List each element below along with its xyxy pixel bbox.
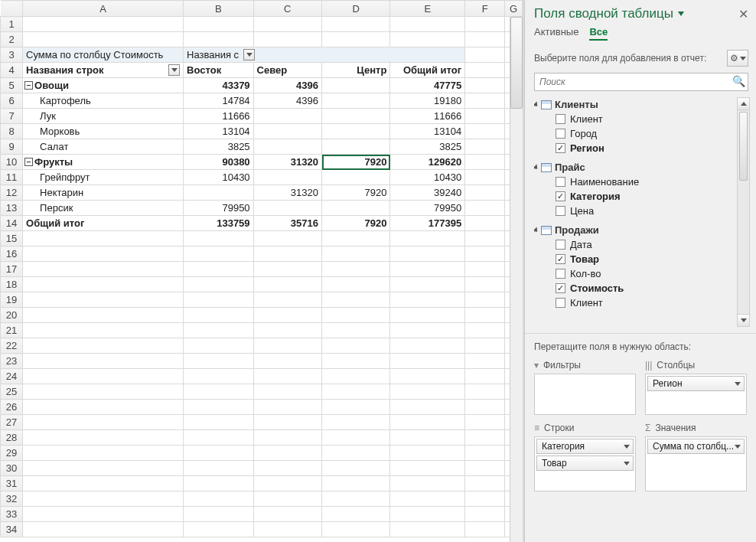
cell[interactable]: 133759 — [184, 216, 253, 231]
cell[interactable]: 10430 — [184, 170, 253, 185]
cell[interactable] — [322, 201, 390, 216]
row-header[interactable]: 32 — [1, 491, 23, 507]
cell[interactable]: 4396 — [253, 93, 321, 109]
field-item[interactable]: Наименование — [534, 175, 748, 189]
cell[interactable]: 4396 — [253, 78, 321, 93]
row-header[interactable]: 30 — [1, 461, 23, 476]
field-item[interactable]: Кол-во — [534, 266, 748, 281]
field-item[interactable]: Цена — [534, 204, 748, 218]
pivot-item[interactable]: Салат — [23, 139, 184, 155]
checkbox[interactable] — [556, 206, 565, 216]
pivot-col-header[interactable]: Общий итог — [390, 63, 465, 78]
cell[interactable]: 31320 — [253, 155, 321, 170]
row-header[interactable]: 13 — [1, 201, 23, 216]
field-item[interactable]: Город — [534, 126, 748, 141]
col-header-F[interactable]: F — [465, 1, 505, 17]
cell[interactable] — [253, 170, 321, 185]
row-header[interactable]: 27 — [1, 415, 23, 430]
row-header[interactable]: 25 — [1, 384, 23, 400]
row-header[interactable]: 5 — [1, 78, 23, 93]
cell[interactable]: 14784 — [184, 93, 253, 109]
field-item[interactable]: Клиент — [534, 295, 748, 310]
row-header[interactable]: 1 — [1, 17, 23, 32]
scroll-up-button[interactable] — [738, 98, 749, 110]
cell[interactable]: 79950 — [184, 201, 253, 216]
area-chip[interactable]: Категория — [536, 439, 634, 454]
cell[interactable]: 47775 — [390, 78, 465, 93]
area-columns[interactable]: |||Столбцы Регион — [645, 360, 747, 415]
cell[interactable]: 129620 — [390, 155, 465, 170]
cell[interactable] — [253, 124, 321, 139]
cell[interactable] — [253, 201, 321, 216]
row-header[interactable]: 11 — [1, 170, 23, 185]
field-item[interactable]: Категория — [534, 189, 748, 204]
pivot-category[interactable]: Овощи — [34, 80, 69, 91]
row-header[interactable]: 12 — [1, 185, 23, 201]
cell[interactable]: 79950 — [390, 201, 465, 216]
cell[interactable]: 90380 — [184, 155, 253, 170]
checkbox[interactable] — [556, 143, 565, 153]
cell[interactable] — [322, 78, 390, 93]
cell[interactable]: 10430 — [390, 170, 465, 185]
checkbox[interactable] — [556, 283, 565, 293]
row-header[interactable]: 15 — [1, 231, 23, 247]
cell[interactable] — [322, 93, 390, 109]
area-rows[interactable]: ≡Строки Категория Товар — [534, 423, 636, 491]
cell[interactable]: 43379 — [184, 78, 253, 93]
row-header[interactable]: 4 — [1, 63, 23, 78]
pane-tools-button[interactable]: ⚙ — [727, 50, 748, 67]
pivot-measure-label[interactable]: Сумма по столбцу Стоимость — [23, 47, 184, 63]
checkbox[interactable] — [556, 254, 565, 264]
cell[interactable]: 13104 — [390, 124, 465, 139]
sheet-vertical-scrollbar[interactable] — [510, 17, 523, 542]
pivot-item[interactable]: Лук — [23, 109, 184, 124]
active-cell[interactable]: 7920 — [322, 155, 390, 170]
field-item[interactable]: Клиент — [534, 112, 748, 126]
checkbox[interactable] — [556, 240, 565, 250]
checkbox[interactable] — [556, 129, 565, 139]
cell[interactable]: 31320 — [253, 185, 321, 201]
cell[interactable]: 7920 — [322, 185, 390, 201]
row-header[interactable]: 26 — [1, 400, 23, 415]
col-header-B[interactable]: B — [184, 1, 253, 17]
col-header-E[interactable]: E — [390, 1, 465, 17]
row-header[interactable]: 33 — [1, 507, 23, 522]
field-table-header[interactable]: Продажи — [534, 223, 748, 237]
dropdown-icon[interactable] — [678, 11, 684, 16]
checkbox[interactable] — [556, 177, 565, 187]
worksheet-grid[interactable]: A B C D E F G 1 2 3 Сумма по столбцу Сто… — [0, 0, 523, 537]
field-search-input[interactable] — [534, 73, 748, 91]
pivot-item[interactable]: Морковь — [23, 124, 184, 139]
row-header[interactable]: 16 — [1, 247, 23, 262]
cell[interactable]: 39240 — [390, 185, 465, 201]
scrollbar-thumb[interactable] — [739, 112, 748, 181]
pivot-category[interactable]: Фрукты — [34, 156, 73, 168]
collapse-button[interactable]: − — [24, 158, 33, 166]
cell[interactable] — [253, 109, 321, 124]
row-header[interactable]: 18 — [1, 277, 23, 292]
collapse-button[interactable]: − — [24, 81, 33, 90]
row-header[interactable]: 2 — [1, 32, 23, 47]
cell[interactable] — [322, 109, 390, 124]
row-header[interactable]: 6 — [1, 93, 23, 109]
col-header-G[interactable]: G — [505, 1, 523, 17]
row-header[interactable]: 14 — [1, 216, 23, 231]
col-header-A[interactable]: A — [23, 1, 184, 17]
row-header[interactable]: 31 — [1, 476, 23, 491]
row-header[interactable]: 22 — [1, 338, 23, 354]
select-all-corner[interactable] — [1, 1, 23, 17]
field-list[interactable]: Клиенты Клиент Город Регион Прайс Наимен… — [534, 97, 748, 327]
tab-active-fields[interactable]: Активные — [534, 26, 578, 41]
area-chip[interactable]: Регион — [647, 376, 745, 391]
row-header[interactable]: 17 — [1, 262, 23, 277]
cell[interactable] — [322, 139, 390, 155]
row-header[interactable]: 8 — [1, 124, 23, 139]
area-values[interactable]: ΣЗначения Сумма по столбц... — [645, 423, 747, 491]
cell[interactable] — [184, 185, 253, 201]
checkbox[interactable] — [556, 114, 565, 124]
cell[interactable]: 35716 — [253, 216, 321, 231]
row-field-filter-button[interactable] — [168, 64, 180, 76]
cell[interactable]: 3825 — [390, 139, 465, 155]
field-table-header[interactable]: Прайс — [534, 160, 748, 175]
row-header[interactable]: 19 — [1, 292, 23, 308]
